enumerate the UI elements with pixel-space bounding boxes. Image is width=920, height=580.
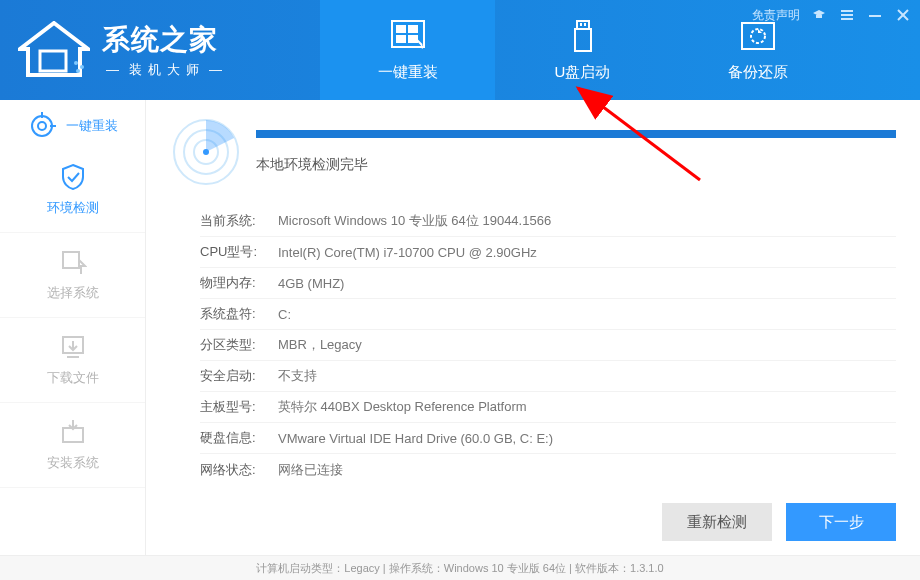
menu-icon[interactable] (838, 6, 856, 24)
svg-rect-8 (396, 35, 406, 43)
usb-icon (563, 19, 603, 55)
main-content: 本地环境检测完毕 当前系统:Microsoft Windows 10 专业版 6… (146, 100, 920, 555)
svg-point-4 (76, 69, 80, 73)
sidebar-item-select-system[interactable]: 选择系统 (0, 233, 145, 318)
info-row-partition: 分区类型:MBR，Legacy (200, 330, 896, 361)
logo-area: 系统之家 装机大师 (0, 21, 320, 79)
download-icon (59, 333, 87, 361)
sidebar-item-install[interactable]: 安装系统 (0, 403, 145, 488)
info-row-drive: 系统盘符:C: (200, 299, 896, 330)
disclaimer-link[interactable]: 免责声明 (752, 7, 800, 24)
system-info: 当前系统:Microsoft Windows 10 专业版 64位 19044.… (170, 206, 896, 485)
next-button[interactable]: 下一步 (786, 503, 896, 541)
svg-rect-1 (40, 51, 66, 71)
footer-status: 计算机启动类型：Legacy | 操作系统：Windows 10 专业版 64位… (0, 555, 920, 580)
app-title: 系统之家 (102, 21, 232, 59)
info-row-secureboot: 安全启动:不支持 (200, 361, 896, 392)
info-row-disk: 硬盘信息:VMware Virtual IDE Hard Drive (60.0… (200, 423, 896, 454)
svg-rect-12 (575, 29, 591, 51)
logo-icon (18, 21, 90, 79)
svg-rect-11 (577, 21, 589, 29)
svg-rect-19 (816, 15, 822, 18)
select-icon (59, 248, 87, 276)
svg-rect-22 (841, 18, 853, 20)
recheck-button[interactable]: 重新检测 (662, 503, 772, 541)
close-button[interactable] (894, 6, 912, 24)
tab-reinstall-label: 一键重装 (378, 63, 438, 82)
target-icon (28, 112, 56, 140)
sidebar-item-label: 一键重装 (66, 117, 118, 135)
sidebar-item-reinstall[interactable]: 一键重装 (0, 104, 145, 148)
svg-rect-13 (580, 23, 582, 26)
svg-rect-20 (841, 10, 853, 12)
install-icon (59, 418, 87, 446)
tab-backup-restore-label: 备份还原 (728, 63, 788, 82)
svg-rect-23 (869, 15, 881, 17)
progress-bar (256, 130, 896, 138)
title-controls: 免责声明 (752, 6, 912, 24)
info-row-memory: 物理内存:4GB (MHZ) (200, 268, 896, 299)
info-row-os: 当前系统:Microsoft Windows 10 专业版 64位 19044.… (200, 206, 896, 237)
sidebar-item-download[interactable]: 下载文件 (0, 318, 145, 403)
svg-marker-0 (20, 23, 88, 75)
tab-reinstall[interactable]: 一键重装 (320, 0, 495, 100)
tab-usb-boot-label: U盘启动 (555, 63, 611, 82)
svg-point-26 (32, 116, 52, 136)
sidebar-item-label: 环境检测 (47, 199, 99, 217)
sidebar-item-label: 选择系统 (47, 284, 99, 302)
graduation-icon[interactable] (810, 6, 828, 24)
sidebar: 一键重装 环境检测 选择系统 下载文件 安装系统 (0, 100, 146, 555)
radar-icon (170, 116, 242, 188)
svg-point-2 (74, 61, 78, 65)
svg-point-3 (80, 65, 84, 69)
tab-usb-boot[interactable]: U盘启动 (495, 0, 670, 100)
svg-rect-15 (742, 23, 774, 49)
minimize-button[interactable] (866, 6, 884, 24)
svg-rect-21 (841, 14, 853, 16)
info-row-network: 网络状态:网络已连接 (200, 454, 896, 485)
info-row-motherboard: 主板型号:英特尔 440BX Desktop Reference Platfor… (200, 392, 896, 423)
sidebar-item-env-check[interactable]: 环境检测 (0, 148, 145, 233)
header: 系统之家 装机大师 一键重装 U盘启动 备份还原 免责声明 (0, 0, 920, 100)
shield-check-icon (59, 163, 87, 191)
scan-status: 本地环境检测完毕 (256, 156, 896, 174)
svg-rect-7 (408, 25, 418, 33)
svg-point-38 (203, 149, 209, 155)
sidebar-item-label: 安装系统 (47, 454, 99, 472)
info-row-cpu: CPU型号:Intel(R) Core(TM) i7-10700 CPU @ 2… (200, 237, 896, 268)
windows-icon (388, 19, 428, 55)
sidebar-item-label: 下载文件 (47, 369, 99, 387)
svg-point-27 (38, 122, 46, 130)
app-subtitle: 装机大师 (102, 61, 232, 79)
svg-rect-14 (584, 23, 586, 26)
svg-rect-6 (396, 25, 406, 33)
